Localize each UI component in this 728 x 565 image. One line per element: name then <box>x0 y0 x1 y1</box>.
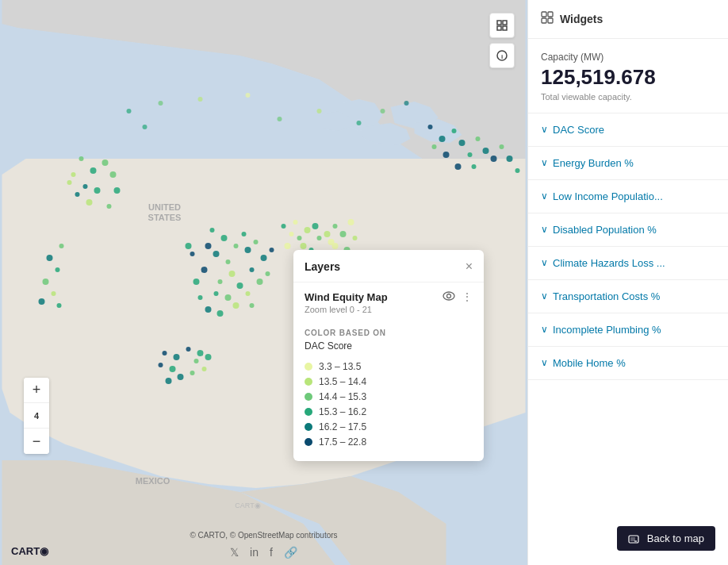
svg-point-20 <box>246 291 251 296</box>
legend-color-dot <box>305 408 312 416</box>
svg-point-77 <box>500 144 504 149</box>
svg-point-105 <box>278 117 282 121</box>
map-area: UNITED STATES MEXICO CART◉ <box>0 0 527 565</box>
layers-header: Layers × <box>293 250 484 282</box>
svg-point-62 <box>52 291 56 296</box>
svg-point-83 <box>312 223 319 229</box>
capacity-label: Capacity (MW) <box>541 52 715 63</box>
expand-map-button[interactable] <box>489 13 515 38</box>
widget-row-climate-hazards[interactable]: ∨ Climate Hazards Loss ... <box>528 247 728 280</box>
widget-chevron-transportation-costs: ∨ <box>541 290 548 302</box>
svg-point-26 <box>198 295 203 300</box>
svg-point-87 <box>285 243 291 249</box>
main-container: UNITED STATES MEXICO CART◉ <box>0 0 728 565</box>
back-to-map-label: Back to map <box>647 532 704 544</box>
widget-chevron-disabled-population: ∨ <box>541 224 548 235</box>
svg-rect-123 <box>630 537 635 541</box>
svg-point-33 <box>217 310 224 317</box>
svg-point-64 <box>57 303 62 308</box>
widget-row-incomplete-plumbing[interactable]: ∨ Incomplete Plumbing % <box>528 313 728 347</box>
svg-point-61 <box>43 279 49 285</box>
linkedin-icon[interactable]: in <box>250 546 259 559</box>
svg-point-117 <box>447 294 451 298</box>
svg-point-27 <box>233 302 239 309</box>
svg-point-51 <box>94 187 101 194</box>
capacity-desc: Total viewable capacity. <box>541 92 715 102</box>
svg-point-34 <box>174 354 180 360</box>
svg-point-50 <box>83 184 88 189</box>
link-icon[interactable]: 🔗 <box>284 546 297 559</box>
widget-row-low-income[interactable]: ∨ Low Income Populatio... <box>528 180 728 213</box>
svg-point-66 <box>439 136 446 142</box>
widget-list: ∨ DAC Score ∨ Energy Burden % ∨ Low Inco… <box>528 113 728 380</box>
widget-name-mobile-home: Mobile Home % <box>553 357 626 369</box>
svg-point-93 <box>340 231 347 237</box>
svg-point-29 <box>205 306 212 313</box>
legend-label: 13.5 – 14.4 <box>319 376 366 387</box>
svg-point-9 <box>205 243 212 249</box>
svg-point-7 <box>213 251 220 257</box>
svg-point-72 <box>455 163 462 170</box>
svg-point-69 <box>432 144 437 149</box>
legend-color-dot <box>305 438 312 446</box>
svg-point-12 <box>210 228 215 233</box>
legend-color-dot <box>305 363 312 371</box>
svg-rect-119 <box>548 12 553 17</box>
svg-point-107 <box>357 121 362 125</box>
svg-point-95 <box>348 219 354 225</box>
svg-point-6 <box>234 244 239 248</box>
back-to-map-button[interactable]: Back to map <box>617 526 715 551</box>
widget-row-dac-score[interactable]: ∨ DAC Score <box>528 113 728 147</box>
legend-item: 3.3 – 13.5 <box>305 361 473 372</box>
layer-zoom: Zoom level 0 - 21 <box>305 305 473 314</box>
legend-item: 16.2 – 17.5 <box>305 421 473 432</box>
color-based-on-section: COLOR BASED ON DAC Score <box>293 322 484 361</box>
svg-rect-111 <box>503 21 507 25</box>
zoom-level-display: 4 <box>24 403 49 429</box>
widget-chevron-climate-hazards: ∨ <box>541 257 548 268</box>
widget-name-climate-hazards: Climate Hazards Loss ... <box>553 257 665 269</box>
legend-item: 13.5 – 14.4 <box>305 376 473 387</box>
svg-rect-110 <box>497 21 501 25</box>
zoom-in-button[interactable]: + <box>24 378 49 403</box>
svg-point-101 <box>159 101 163 106</box>
facebook-icon[interactable]: f <box>270 546 273 559</box>
svg-point-73 <box>476 136 481 141</box>
svg-point-36 <box>170 366 176 372</box>
svg-point-10 <box>226 259 231 264</box>
svg-point-59 <box>47 255 53 261</box>
color-based-on-label: COLOR BASED ON <box>305 329 473 337</box>
layer-more-button[interactable]: ⋮ <box>462 290 473 303</box>
zoom-out-button[interactable]: − <box>24 429 49 454</box>
layers-close-button[interactable]: × <box>466 259 473 274</box>
info-button[interactable]: i <box>489 43 515 68</box>
svg-point-45 <box>159 363 163 367</box>
svg-point-35 <box>186 347 191 352</box>
svg-point-56 <box>107 204 112 209</box>
widget-chevron-incomplete-plumbing: ∨ <box>541 324 548 335</box>
widget-row-disabled-population[interactable]: ∨ Disabled Population % <box>528 213 728 247</box>
svg-point-102 <box>198 97 203 102</box>
svg-point-49 <box>102 160 109 166</box>
svg-point-60 <box>56 267 60 272</box>
svg-point-79 <box>515 168 520 173</box>
svg-point-75 <box>472 164 477 169</box>
zoom-controls: + 4 − <box>24 378 49 454</box>
legend-label: 17.5 – 22.8 <box>319 436 366 448</box>
legend-label: 15.3 – 16.2 <box>319 406 366 417</box>
widget-row-transportation-costs[interactable]: ∨ Transportation Costs % <box>528 280 728 313</box>
layer-actions: ⋮ <box>443 290 473 303</box>
svg-point-31 <box>186 243 192 249</box>
capacity-value: 125,519.678 <box>541 66 715 89</box>
widget-row-energy-burden[interactable]: ∨ Energy Burden % <box>528 147 728 180</box>
legend-label: 16.2 – 17.5 <box>319 421 366 432</box>
svg-point-100 <box>127 109 132 113</box>
layer-visibility-button[interactable] <box>443 290 455 303</box>
widget-row-mobile-home[interactable]: ∨ Mobile Home % <box>528 347 728 380</box>
widget-name-dac-score: DAC Score <box>553 124 604 136</box>
twitter-icon[interactable]: 𝕏 <box>230 546 239 559</box>
svg-point-109 <box>404 101 409 106</box>
legend-label: 14.4 – 15.3 <box>319 391 366 402</box>
svg-point-8 <box>242 232 247 236</box>
svg-text:CART◉: CART◉ <box>235 502 260 509</box>
